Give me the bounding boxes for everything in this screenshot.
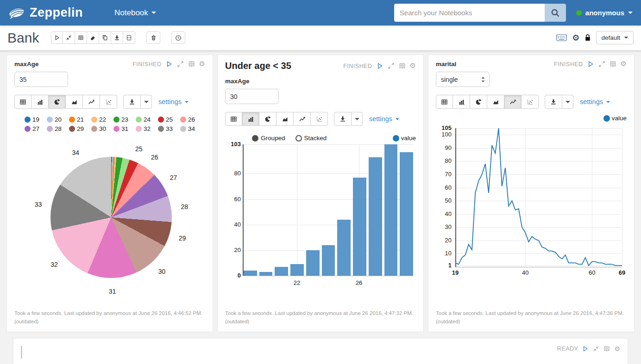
show-editor-icon[interactable]: [610, 61, 616, 68]
fullscreen-icon[interactable]: [388, 62, 395, 69]
chart-type-scatter-button[interactable]: [100, 95, 117, 109]
fullscreen-icon[interactable]: [593, 345, 599, 352]
legend-item-25[interactable]: 25: [158, 116, 173, 123]
paragraph-settings-gear-icon[interactable]: ⚙: [410, 62, 416, 69]
search-input[interactable]: [394, 4, 545, 22]
settings-link[interactable]: settings: [158, 98, 189, 105]
bar-24[interactable]: [322, 245, 335, 276]
y-axis-tick: 10: [436, 250, 452, 257]
run-all-button[interactable]: [51, 31, 63, 44]
grouped-mode-radio[interactable]: Grouped: [252, 135, 285, 142]
bar-22[interactable]: [290, 264, 304, 276]
show-editor-icon[interactable]: [188, 61, 195, 68]
chart-type-table-button[interactable]: [436, 95, 453, 109]
chart-type-area-button[interactable]: [66, 95, 83, 109]
note-title[interactable]: Bank: [7, 30, 39, 46]
download-options-caret[interactable]: [352, 112, 363, 126]
zeppelin-brand[interactable]: Zeppelin: [6, 5, 83, 21]
legend-item-23[interactable]: 23: [113, 116, 128, 123]
paragraph-settings-gear-icon[interactable]: ⚙: [199, 61, 205, 68]
search-button[interactable]: [545, 4, 566, 22]
note-permissions-lock-icon[interactable]: [584, 34, 591, 42]
chart-type-bar-button[interactable]: [453, 95, 470, 109]
download-options-caret[interactable]: [141, 95, 152, 109]
chart-type-line-button[interactable]: [83, 95, 100, 109]
bar-28[interactable]: [384, 144, 398, 276]
legend-item-19[interactable]: 19: [25, 116, 39, 123]
legend-item-30[interactable]: 30: [91, 125, 106, 132]
download-data-button[interactable]: [545, 95, 562, 109]
pie-graphic[interactable]: [50, 157, 172, 278]
chart-type-table-button[interactable]: [14, 95, 31, 109]
chart-type-scatter-button[interactable]: [522, 95, 539, 109]
legend-item-27[interactable]: 27: [25, 125, 39, 132]
chart-type-line-button[interactable]: [504, 95, 522, 109]
download-options-caret[interactable]: [562, 95, 573, 109]
bar-20[interactable]: [259, 272, 273, 276]
clear-output-button[interactable]: [87, 31, 99, 44]
legend-item-22[interactable]: 22: [91, 116, 106, 123]
legend-item-24[interactable]: 24: [136, 116, 151, 123]
legend-item-21[interactable]: 21: [69, 116, 84, 123]
chart-type-area-button[interactable]: [277, 112, 294, 126]
version-control-button[interactable]: [171, 31, 185, 44]
legend-item-33[interactable]: 33: [158, 125, 173, 132]
run-paragraph-icon[interactable]: [587, 61, 594, 68]
bar-21[interactable]: [275, 267, 288, 276]
interpreter-binding-button[interactable]: default: [596, 31, 634, 44]
run-paragraph-icon[interactable]: [166, 61, 173, 68]
fullscreen-icon[interactable]: [177, 61, 184, 68]
download-data-button[interactable]: [334, 112, 352, 126]
stacked-mode-radio[interactable]: Stacked: [295, 135, 327, 142]
bar-23[interactable]: [306, 250, 320, 276]
line-series[interactable]: [455, 128, 622, 269]
run-paragraph-icon[interactable]: [377, 62, 383, 69]
series-legend-value[interactable]: value: [393, 135, 416, 142]
chart-type-bar-button[interactable]: [242, 112, 259, 126]
chart-type-table-button[interactable]: [225, 112, 242, 126]
remove-note-button[interactable]: [146, 31, 160, 44]
maxage-input[interactable]: [14, 72, 68, 87]
run-paragraph-icon[interactable]: [582, 345, 589, 352]
show-editor-icon[interactable]: [603, 345, 610, 352]
legend-item-34[interactable]: 34: [180, 125, 195, 132]
chart-type-pie-button[interactable]: [49, 95, 66, 109]
clone-note-button[interactable]: [99, 31, 111, 44]
legend-item-29[interactable]: 29: [69, 125, 84, 132]
chart-type-pie-button[interactable]: [470, 95, 487, 109]
interpreter-settings-gear-icon[interactable]: ⚙: [572, 34, 579, 42]
download-data-button[interactable]: [123, 95, 141, 109]
bar-29[interactable]: [400, 152, 413, 276]
collapse-paragraphs-button[interactable]: [63, 31, 75, 44]
chart-type-scatter-button[interactable]: [311, 112, 328, 126]
chart-type-area-button[interactable]: [487, 95, 504, 109]
bar-26[interactable]: [353, 178, 366, 276]
bar-25[interactable]: [337, 220, 351, 276]
paragraph-settings-gear-icon[interactable]: ⚙: [621, 61, 627, 68]
export-note-button[interactable]: [111, 31, 123, 44]
maxage-input[interactable]: [225, 89, 279, 104]
bar-27[interactable]: [369, 157, 382, 276]
show-editor-icon[interactable]: [399, 62, 406, 69]
chart-type-line-button[interactable]: [294, 112, 311, 126]
bar-19[interactable]: [244, 271, 257, 276]
empty-paragraph-editor[interactable]: READY ⚙: [13, 338, 628, 364]
chart-type-pie-button[interactable]: [259, 112, 277, 126]
notebook-menu[interactable]: Notebook: [114, 8, 156, 18]
legend-item-28[interactable]: 28: [47, 125, 62, 132]
export-code-button[interactable]: [123, 31, 135, 44]
shortcuts-keyboard-icon[interactable]: [556, 34, 567, 42]
legend-item-32[interactable]: 32: [136, 125, 151, 132]
chart-type-bar-button[interactable]: [31, 95, 49, 109]
show-hide-code-button[interactable]: [75, 31, 87, 44]
series-legend-value[interactable]: value: [603, 115, 627, 122]
user-menu[interactable]: anonymous: [576, 9, 633, 17]
settings-link[interactable]: settings: [580, 98, 610, 105]
marital-select[interactable]: single: [436, 72, 490, 87]
settings-link[interactable]: settings: [369, 115, 400, 123]
legend-item-20[interactable]: 20: [47, 116, 62, 123]
legend-item-31[interactable]: 31: [113, 125, 128, 132]
fullscreen-icon[interactable]: [598, 61, 605, 68]
legend-item-26[interactable]: 26: [180, 116, 195, 123]
paragraph-settings-gear-icon[interactable]: ⚙: [614, 345, 620, 352]
